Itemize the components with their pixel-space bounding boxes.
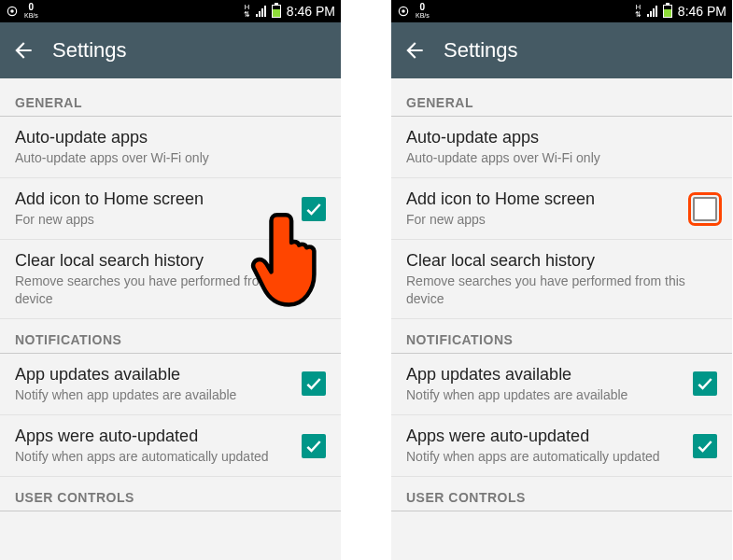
- phone-screen-left: 0 KB/s H⇅ 8:46 PM Settings GENERAL Auto-…: [0, 0, 341, 560]
- checkbox-updates-available[interactable]: [302, 371, 326, 396]
- row-subtitle: Remove searches you have performed from …: [15, 273, 326, 306]
- status-bar: 0 KB/s H⇅ 8:46 PM: [0, 0, 341, 22]
- checkbox-auto-updated[interactable]: [302, 434, 326, 458]
- row-title: Apps were auto-updated: [15, 427, 290, 446]
- row-subtitle: Auto-update apps over Wi-Fi only: [15, 149, 326, 166]
- section-header-notifications: NOTIFICATIONS: [0, 319, 341, 354]
- status-bar: 0 KB/s H⇅ 8:46 PM: [391, 0, 732, 22]
- app-indicator-icon: [6, 5, 19, 18]
- back-arrow-icon[interactable]: [11, 38, 35, 63]
- row-updates-available[interactable]: App updates available Notify when app up…: [391, 354, 732, 415]
- row-add-icon[interactable]: Add icon to Home screen For new apps: [391, 178, 732, 240]
- row-title: Clear local search history: [15, 251, 326, 271]
- row-auto-updated[interactable]: Apps were auto-updated Notify when apps …: [391, 415, 732, 477]
- network-speed: 0 KB/s: [416, 3, 430, 20]
- row-subtitle: For new apps: [406, 211, 682, 228]
- signal-icon: [647, 6, 657, 17]
- network-speed: 0 KB/s: [24, 3, 38, 20]
- row-auto-update[interactable]: Auto-update apps Auto-update apps over W…: [0, 117, 341, 178]
- section-header-general: GENERAL: [391, 78, 732, 117]
- checkbox-add-icon[interactable]: [693, 197, 717, 221]
- row-title: App updates available: [406, 365, 682, 385]
- phone-screen-right: 0 KB/s H⇅ 8:46 PM Settings GENERAL Auto-…: [391, 0, 732, 560]
- mobile-data-icon: H⇅: [244, 4, 250, 19]
- settings-list: GENERAL Auto-update apps Auto-update app…: [0, 78, 341, 560]
- row-title: Auto-update apps: [406, 128, 717, 147]
- row-title: Apps were auto-updated: [406, 427, 682, 446]
- row-subtitle: Notify when app updates are available: [406, 386, 682, 403]
- svg-point-3: [402, 9, 405, 13]
- checkbox-add-icon[interactable]: [302, 197, 326, 221]
- app-bar: Settings: [0, 22, 341, 78]
- row-subtitle: Notify when app updates are available: [15, 386, 290, 403]
- row-title: Clear local search history: [406, 251, 717, 271]
- section-header-notifications: NOTIFICATIONS: [391, 319, 732, 354]
- row-title: App updates available: [15, 365, 290, 385]
- row-updates-available[interactable]: App updates available Notify when app up…: [0, 354, 341, 415]
- page-title: Settings: [52, 38, 127, 63]
- signal-icon: [256, 6, 266, 17]
- row-title: Add icon to Home screen: [406, 189, 682, 209]
- row-auto-update[interactable]: Auto-update apps Auto-update apps over W…: [391, 117, 732, 178]
- row-title: Add icon to Home screen: [15, 189, 290, 209]
- row-subtitle: Auto-update apps over Wi-Fi only: [406, 149, 717, 166]
- back-arrow-icon[interactable]: [402, 38, 427, 63]
- row-add-icon[interactable]: Add icon to Home screen For new apps: [0, 178, 341, 240]
- checkbox-updates-available[interactable]: [693, 371, 717, 396]
- app-indicator-icon: [397, 5, 410, 18]
- section-header-general: GENERAL: [0, 78, 341, 117]
- battery-icon: [272, 5, 281, 18]
- section-header-user-controls: USER CONTROLS: [0, 477, 341, 511]
- mobile-data-icon: H⇅: [635, 4, 641, 19]
- row-clear-history[interactable]: Clear local search history Remove search…: [0, 240, 341, 318]
- section-header-user-controls: USER CONTROLS: [391, 477, 732, 511]
- checkbox-auto-updated[interactable]: [693, 434, 717, 458]
- battery-icon: [663, 5, 672, 18]
- settings-list: GENERAL Auto-update apps Auto-update app…: [391, 78, 732, 560]
- row-subtitle: Notify when apps are automatically updat…: [15, 448, 290, 465]
- row-subtitle: For new apps: [15, 211, 290, 228]
- row-subtitle: Notify when apps are automatically updat…: [406, 448, 682, 465]
- row-auto-updated[interactable]: Apps were auto-updated Notify when apps …: [0, 415, 341, 477]
- page-title: Settings: [444, 38, 518, 63]
- row-subtitle: Remove searches you have performed from …: [406, 273, 717, 306]
- row-clear-history[interactable]: Clear local search history Remove search…: [391, 240, 732, 318]
- row-title: Auto-update apps: [15, 128, 326, 147]
- status-clock: 8:46 PM: [678, 4, 726, 19]
- svg-point-1: [10, 9, 14, 13]
- status-clock: 8:46 PM: [287, 4, 335, 19]
- app-bar: Settings: [391, 22, 732, 78]
